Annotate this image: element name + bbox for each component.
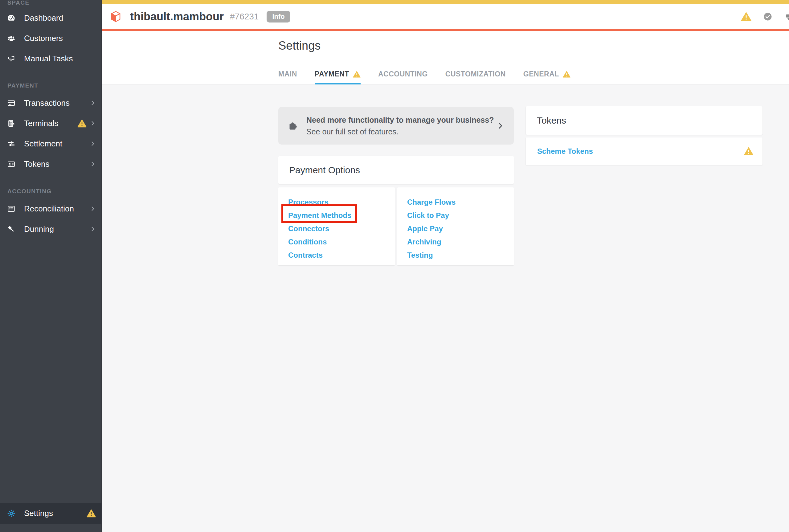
sidebar-item-manual-tasks[interactable]: Manual Tasks — [0, 49, 101, 69]
sidebar-item-reconciliation[interactable]: Reconciliation — [0, 198, 101, 219]
id-card-icon — [7, 160, 15, 168]
tokens-card-title: Tokens — [526, 106, 763, 135]
sidebar-section-label: SPACE — [0, 0, 101, 6]
sidebar-item-transactions[interactable]: Transactions — [0, 93, 101, 113]
megaphone-icon — [7, 55, 15, 63]
payment-options-title: Payment Options — [278, 156, 514, 184]
sidebar-item-label: Tokens — [24, 159, 49, 169]
sidebar-section-space: SPACE Dashboard Customers Manual Tasks — [0, 0, 101, 69]
sidebar-item-label: Manual Tasks — [24, 54, 73, 63]
app-window: SPACE Dashboard Customers Manual Tasks — [0, 0, 789, 532]
content-area: Need more functionality to manage your b… — [102, 84, 789, 532]
sidebar-item-label: Transactions — [24, 98, 70, 108]
chevron-right-icon — [90, 161, 96, 167]
sidebar-section-label: ACCOUNTING — [0, 188, 101, 195]
tab-payment[interactable]: PAYMENT — [315, 70, 361, 84]
chevron-right-icon — [90, 206, 96, 212]
tokens-card: Tokens Scheme Tokens — [526, 106, 763, 165]
sidebar-item-tokens[interactable]: Tokens — [0, 154, 101, 174]
link-connectors[interactable]: Connectors — [278, 222, 395, 235]
warning-icon — [77, 119, 86, 128]
promo-banner[interactable]: Need more functionality to manage your b… — [278, 107, 514, 145]
workspace-id: #76231 — [230, 12, 258, 22]
link-apple-pay[interactable]: Apple Pay — [397, 222, 514, 235]
dashboard-gauge-icon — [7, 14, 15, 22]
link-payment-methods[interactable]: Payment Methods — [278, 209, 395, 222]
scheme-tokens-row: Scheme Tokens — [526, 137, 763, 165]
gear-icon — [7, 509, 15, 517]
chevron-right-icon — [496, 121, 504, 130]
warning-icon — [744, 147, 753, 155]
warning-icon — [86, 509, 96, 517]
link-click-to-pay[interactable]: Click to Pay — [397, 209, 514, 222]
sidebar-item-label: Settlement — [24, 139, 62, 149]
tab-general[interactable]: GENERAL — [523, 70, 571, 84]
transfer-arrows-icon — [7, 140, 15, 148]
page-header: Settings MAIN PAYMENT ACCOUNTING CUSTOMI… — [102, 31, 789, 84]
page-title: Settings — [102, 31, 789, 52]
sidebar-item-settings[interactable]: Settings — [0, 503, 101, 524]
warning-icon[interactable] — [741, 12, 751, 21]
banner-title: Need more functionality to manage your b… — [306, 116, 494, 125]
warning-icon — [353, 71, 361, 78]
tab-accounting[interactable]: ACCOUNTING — [378, 70, 428, 84]
reconciliation-list-icon — [7, 205, 15, 213]
megaphone-icon[interactable] — [784, 12, 789, 22]
sidebar-item-dashboard[interactable]: Dashboard — [0, 8, 101, 28]
top-accent-bar — [102, 0, 789, 4]
sidebar-item-label: Reconciliation — [24, 204, 74, 214]
warning-icon — [563, 71, 571, 78]
credit-card-icon — [7, 99, 15, 107]
sidebar-footer: Settings — [0, 503, 101, 524]
sidebar-item-customers[interactable]: Customers — [0, 28, 101, 49]
sidebar: SPACE Dashboard Customers Manual Tasks — [0, 0, 102, 532]
chevron-right-icon — [90, 140, 96, 147]
link-conditions[interactable]: Conditions — [278, 235, 395, 248]
sidebar-section-payment: PAYMENT Transactions Terminals — [0, 82, 101, 174]
puzzle-icon — [288, 120, 299, 131]
sidebar-item-dunning[interactable]: Dunning — [0, 219, 101, 239]
info-badge[interactable]: Info — [267, 11, 290, 22]
topbar-status-icons — [741, 12, 789, 22]
sidebar-item-terminals[interactable]: Terminals — [0, 113, 101, 133]
topbar: thibault.mambour #76231 Info — [102, 4, 789, 29]
link-processors[interactable]: Processors — [278, 195, 395, 209]
sidebar-item-label: Dunning — [24, 224, 54, 234]
sidebar-item-label: Dashboard — [24, 13, 63, 23]
sidebar-item-label: Customers — [24, 34, 63, 43]
cube-logo-icon — [111, 11, 121, 23]
sidebar-item-settlement[interactable]: Settlement — [0, 133, 101, 154]
workspace-name: thibault.mambour — [130, 10, 224, 23]
chevron-right-icon — [90, 100, 96, 106]
payment-options-card: Payment Options Processors Payment Metho… — [278, 156, 514, 265]
settings-tabs: MAIN PAYMENT ACCOUNTING CUSTOMIZATION GE… — [278, 70, 571, 84]
tab-customization[interactable]: CUSTOMIZATION — [445, 70, 506, 84]
sidebar-item-label: Settings — [24, 509, 53, 518]
link-archiving[interactable]: Archiving — [397, 235, 514, 248]
payment-options-left-column: Processors Payment Methods Connectors Co… — [278, 187, 395, 265]
link-contracts[interactable]: Contracts — [278, 248, 395, 262]
sidebar-section-label: PAYMENT — [0, 82, 101, 89]
terminal-icon — [7, 119, 15, 128]
payment-options-right-column: Charge Flows Click to Pay Apple Pay Arch… — [397, 187, 514, 265]
link-testing[interactable]: Testing — [397, 248, 514, 262]
customers-group-icon — [7, 34, 15, 42]
sidebar-item-label: Terminals — [24, 119, 58, 128]
check-circle-icon[interactable] — [763, 12, 772, 21]
gavel-icon — [7, 225, 15, 233]
banner-subtitle: See our full set of features. — [306, 127, 494, 136]
link-charge-flows[interactable]: Charge Flows — [397, 195, 514, 209]
chevron-right-icon — [90, 226, 96, 232]
chevron-right-icon — [90, 120, 96, 126]
main-area: thibault.mambour #76231 Info Settings — [102, 0, 789, 532]
link-scheme-tokens[interactable]: Scheme Tokens — [537, 147, 593, 156]
sidebar-section-accounting: ACCOUNTING Reconciliation Dunning — [0, 188, 101, 239]
tab-main[interactable]: MAIN — [278, 70, 297, 84]
